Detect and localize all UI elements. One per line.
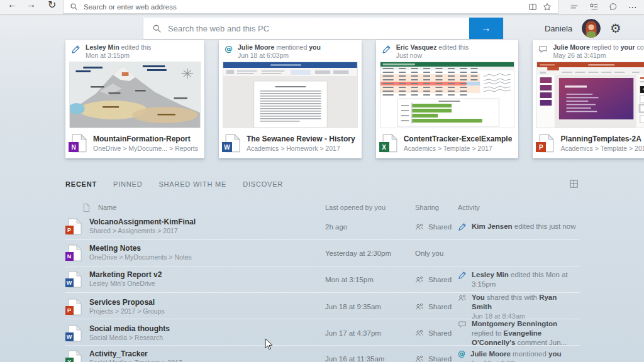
card-activity: @ Julie Moore mentioned you Jun 18 at 6:…: [219, 40, 362, 62]
card-thumbnail-excel-spreadsheet: [380, 62, 515, 128]
shared-people-icon: [415, 329, 424, 337]
file-row[interactable]: N Meeting Notes OneDrive > MyDocuments >…: [65, 240, 580, 266]
shared-people-icon: [458, 293, 467, 302]
card-file-info: W The Sewanee Review - History Academics…: [219, 128, 362, 158]
document-card[interactable]: Julie Moore replied to your comment May …: [533, 40, 644, 158]
tab-shared-with-me[interactable]: SHARED WITH ME: [158, 180, 226, 188]
powerpoint-file-icon: P: [68, 299, 82, 315]
arrow-right-icon: →: [481, 23, 491, 33]
file-location: Shared > Assignemnts > 2017: [89, 227, 196, 235]
edit-pencil-icon: [71, 45, 80, 54]
file-location: Projects > 2017 > Groups: [89, 307, 165, 315]
file-location: OneDrive > MyDocuments > Notes: [89, 253, 192, 261]
file-row[interactable]: W Marketing Report v2 Lesley Min's OneDr…: [65, 266, 580, 293]
address-placeholder: Search or enter web address: [84, 3, 523, 11]
tab-recent[interactable]: RECENT: [65, 180, 97, 188]
mention-at-icon: @: [225, 45, 233, 62]
edit-pencil-icon: [458, 271, 467, 280]
settings-gear-icon[interactable]: ⚙: [610, 22, 621, 35]
sharing-status: Shared: [415, 302, 458, 311]
document-icon: [82, 203, 91, 212]
web-search-box[interactable]: Search the web and this PC →: [143, 18, 503, 39]
user-name: Daniela: [545, 24, 572, 33]
search-go-button[interactable]: →: [469, 18, 503, 39]
column-header-name[interactable]: Name: [98, 204, 116, 211]
reading-list-icon[interactable]: [589, 3, 598, 11]
card-activity: Lesley Min edited this Mon at 3:15pm: [65, 40, 204, 62]
excel-file-icon: X: [68, 350, 82, 362]
card-thumbnail-powerpoint-editor: [536, 62, 644, 128]
activity-cell: Kim Jensen edited this just now: [458, 222, 580, 231]
account-area: Daniela ⚙: [545, 18, 621, 39]
sharing-status: Shared: [415, 329, 458, 337]
card-file-location: OneDrive > MyDocume... > Reports: [93, 145, 198, 152]
reading-view-icon[interactable]: [528, 3, 537, 11]
card-file-info: N MountainFormation-Report OneDrive > My…: [65, 128, 204, 158]
sharing-status: Shared: [415, 354, 458, 362]
column-header-last-opened[interactable]: Last opened by you: [325, 204, 415, 211]
more-icon[interactable]: ⋯: [628, 2, 638, 12]
refresh-icon[interactable]: ↻: [48, 0, 56, 11]
document-card[interactable]: Eric Vasquez edited this Just now: [376, 40, 519, 158]
last-opened: Jun 17 at 4:37pm: [325, 329, 415, 337]
sharing-status: Only you: [415, 250, 458, 257]
mention-at-icon: @: [458, 350, 465, 358]
card-file-location: Academics > Homework > 2017: [247, 145, 355, 152]
file-list-tabs: RECENT PINNED SHARED WITH ME DISCOVER: [65, 180, 283, 188]
activity-time: Just now: [396, 52, 469, 60]
card-file-info: P PlanningTemplates-2A Academics > Templ…: [533, 128, 644, 158]
activity-cell: Lesley Min edited this Mon at 3:15pm: [458, 270, 580, 289]
tab-discover[interactable]: DISCOVER: [243, 180, 283, 188]
file-row[interactable]: X Activity_Tracker Social Media > Tracke…: [65, 346, 580, 362]
card-file-location: Academics > Template > 2017: [404, 145, 513, 152]
card-thumbnail-word-document: [223, 62, 358, 128]
hub-icon[interactable]: [570, 3, 579, 11]
avatar[interactable]: [582, 19, 601, 38]
activity-time: May 26 at 3:41pm: [553, 52, 644, 60]
file-row[interactable]: P VolcanoAssignment-KimFinal Shared > As…: [65, 214, 580, 240]
recent-document-cards: Lesley Min edited this Mon at 3:15pm: [65, 40, 580, 158]
shared-people-icon: [415, 222, 424, 231]
browser-actions: ⋯: [570, 0, 638, 14]
last-opened: Mon at 3:15pm: [325, 276, 415, 283]
file-row[interactable]: W Social media thoughts Social Media > R…: [65, 319, 580, 346]
document-card[interactable]: @ Julie Moore mentioned you Jun 18 at 6:…: [219, 40, 362, 158]
card-file-title: ContentTracker-ExcelExample: [404, 134, 513, 143]
grid-view-icon[interactable]: [569, 179, 579, 189]
feedback-icon[interactable]: [609, 3, 618, 11]
word-file-icon: W: [225, 134, 240, 153]
powerpoint-file-icon: P: [539, 134, 554, 153]
search-placeholder: Search the web and this PC: [168, 24, 469, 33]
comment-icon: [538, 45, 548, 54]
file-title: VolcanoAssignment-KimFinal: [89, 217, 196, 227]
excel-file-icon: X: [382, 134, 397, 153]
onenote-file-icon: N: [68, 244, 82, 261]
file-row[interactable]: P Services Proposal Projects > 2017 > Gr…: [65, 293, 580, 319]
last-opened: Jun 18 at 9:35am: [325, 303, 415, 310]
card-activity: Eric Vasquez edited this Just now: [376, 40, 519, 62]
back-icon[interactable]: ←: [8, 0, 17, 9]
tab-pinned[interactable]: PINNED: [113, 180, 142, 188]
address-bar[interactable]: Search or enter web address: [63, 0, 558, 14]
favorites-star-icon[interactable]: [543, 3, 552, 11]
page-body: Search the web and this PC → Daniela ⚙ L…: [0, 14, 644, 362]
table-header: Name Last opened by you Sharing Activity: [65, 200, 580, 215]
powerpoint-file-icon: P: [68, 218, 82, 235]
document-card[interactable]: Lesley Min edited this Mon at 3:15pm: [65, 40, 204, 158]
file-title: Activity_Tracker: [89, 349, 182, 359]
column-header-activity[interactable]: Activity: [458, 204, 580, 211]
card-file-location: Academics > Template > 2017: [560, 145, 644, 152]
file-title: Marketing Report v2: [89, 270, 162, 280]
column-header-sharing[interactable]: Sharing: [415, 204, 458, 211]
edit-pencil-icon: [382, 45, 391, 54]
file-title: Services Proposal: [89, 298, 165, 307]
edit-pencil-icon: [458, 222, 467, 231]
card-activity: Julie Moore replied to your comment May …: [533, 40, 644, 62]
onenote-file-icon: N: [72, 134, 87, 153]
last-opened: Jun 16 at 11:35am: [325, 355, 415, 362]
file-location: Social Media > Research: [89, 334, 170, 342]
mouse-cursor: [265, 338, 274, 351]
recent-files-list: P VolcanoAssignment-KimFinal Shared > As…: [65, 214, 580, 362]
card-file-title: MountainFormation-Report: [93, 134, 198, 143]
forward-icon[interactable]: →: [26, 0, 36, 9]
